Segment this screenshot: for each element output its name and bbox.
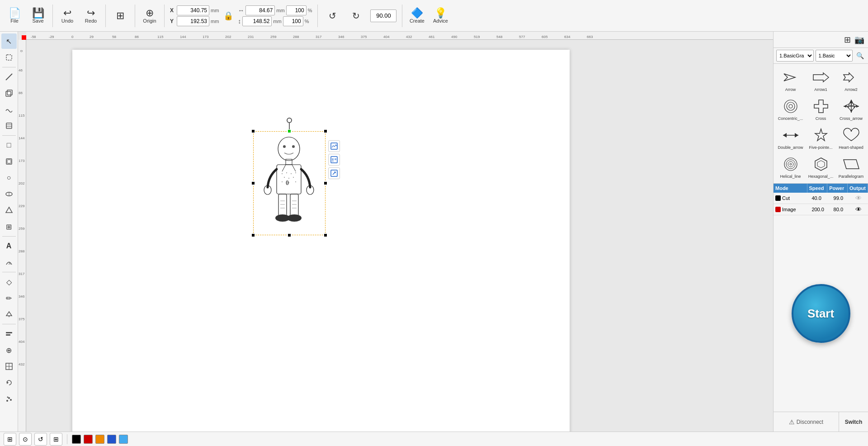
fill-tool[interactable] xyxy=(1,307,17,322)
image-edit-btn[interactable] xyxy=(328,140,340,152)
shape-arrow2[interactable]: Arrow2 xyxy=(837,66,865,94)
eraser-tool[interactable]: ◇ xyxy=(1,274,17,289)
wave-tool[interactable] xyxy=(1,102,17,117)
create-button[interactable]: 🔷 Create xyxy=(406,2,428,29)
divider1 xyxy=(52,5,53,27)
lasso-tool[interactable] xyxy=(1,50,17,65)
bitmap-btn[interactable] xyxy=(328,154,340,166)
svg-rect-99 xyxy=(335,158,336,160)
handle-bc[interactable] xyxy=(288,233,291,237)
color-light-blue[interactable] xyxy=(119,435,128,444)
height-input[interactable] xyxy=(242,16,272,26)
width-pct-input[interactable] xyxy=(286,5,307,15)
rp-layers-icon[interactable]: ⊞ xyxy=(844,35,851,45)
shape-heart[interactable]: Heart-shaped xyxy=(837,124,865,152)
shape-arrow1[interactable]: Arrow1 xyxy=(807,66,835,94)
flip-btn[interactable]: ↺ xyxy=(34,433,47,446)
lock-icon[interactable]: 🔒 xyxy=(223,11,233,21)
search-button[interactable]: 🔍 xyxy=(854,50,865,61)
svg-point-81 xyxy=(291,173,292,174)
preset-dropdown[interactable]: 1.Basic xyxy=(816,50,853,62)
color-red[interactable] xyxy=(84,435,93,444)
text-arc-tool[interactable]: A xyxy=(1,255,17,270)
switch-button[interactable]: Switch xyxy=(839,412,868,432)
paint-tool[interactable]: ✏ xyxy=(1,290,17,306)
redo-button[interactable]: ↪ Redo xyxy=(80,2,102,29)
rotate-handle[interactable] xyxy=(287,118,292,123)
svg-text:346: 346 xyxy=(19,294,25,299)
table-row-image[interactable]: Image 200.0 80.0 👁 xyxy=(774,204,868,215)
ellipse2-tool[interactable] xyxy=(1,186,17,202)
copy-layer-tool[interactable] xyxy=(1,85,17,101)
line-tool[interactable] xyxy=(1,69,17,85)
rp-camera-icon[interactable]: 📷 xyxy=(854,35,864,45)
grid-view-btn[interactable]: ⊞ xyxy=(50,433,62,446)
align-tool[interactable] xyxy=(1,326,17,342)
height-pct-input[interactable] xyxy=(283,16,303,26)
handle-tc[interactable] xyxy=(288,129,291,133)
rotate2-tool[interactable] xyxy=(1,375,17,390)
rect-tool[interactable]: □ xyxy=(1,138,17,153)
hp-unit: % xyxy=(305,19,309,24)
disconnect-button[interactable]: ⚠ Disconnect xyxy=(774,412,839,432)
canvas-area[interactable]: -58 -29 0 29 58 86 115 144 173 202 231 2… xyxy=(18,32,773,432)
start-button[interactable]: Start xyxy=(792,284,850,343)
select-tool[interactable]: ↖ xyxy=(1,33,17,49)
handle-tl[interactable] xyxy=(251,129,255,133)
cut-output-cell[interactable]: 👁 xyxy=(854,193,868,204)
ellipse-tool[interactable]: ○ xyxy=(1,170,17,185)
shape-hexagonal[interactable]: Hexagonal_... xyxy=(807,153,835,180)
rect2-tool[interactable] xyxy=(1,154,17,169)
grid-tool[interactable]: ⊞ xyxy=(1,219,17,234)
text-tool[interactable]: A xyxy=(1,238,17,254)
save-button[interactable]: 💾 Save xyxy=(27,2,49,29)
polygon-tool[interactable] xyxy=(1,203,17,218)
svg-text:0: 0 xyxy=(71,35,74,39)
handle-tr[interactable] xyxy=(324,129,327,133)
shape-helical[interactable]: Helical_line xyxy=(776,153,805,180)
rotate-cw-button[interactable]: ↻ xyxy=(345,2,367,29)
width-input[interactable] xyxy=(245,5,275,15)
color-black[interactable] xyxy=(72,435,81,444)
shape-double-arrow[interactable]: Double_arrow xyxy=(776,124,805,152)
x-input[interactable] xyxy=(177,5,209,15)
material-dropdown[interactable]: 1.BasicGra xyxy=(776,50,814,62)
handle-ml[interactable] xyxy=(251,181,255,185)
handle-bl[interactable] xyxy=(251,233,255,237)
center-btn[interactable]: ⊙ xyxy=(19,433,32,446)
undo-button[interactable]: ↩ Undo xyxy=(57,2,78,29)
y-row: Y mm xyxy=(170,16,219,26)
scatter-tool[interactable] xyxy=(1,391,17,407)
handle-br[interactable] xyxy=(324,233,327,237)
color-orange[interactable] xyxy=(95,435,104,444)
color-blue[interactable] xyxy=(107,435,116,444)
layer-copy2-tool[interactable] xyxy=(1,118,17,133)
resize-btn[interactable] xyxy=(328,167,340,179)
file-button[interactable]: 📄 File xyxy=(4,2,25,29)
origin-button[interactable]: ⊕ Origin xyxy=(139,2,160,29)
cut-visibility-icon[interactable]: 👁 xyxy=(855,195,862,202)
shape-five-pointed[interactable]: Five-pointe... xyxy=(807,124,835,152)
shape-parallelogram[interactable]: Parallelogram xyxy=(837,153,865,180)
rotate-ccw-button[interactable]: ↺ xyxy=(321,2,343,29)
table-row-cut[interactable]: Cut 40.0 99.0 👁 xyxy=(774,193,868,204)
canvas-white[interactable]: 0 xyxy=(72,50,570,432)
advice-button[interactable]: 💡 Advice xyxy=(429,2,451,29)
svg-text:346: 346 xyxy=(338,35,344,39)
shape-concentric[interactable]: Concentric_... xyxy=(776,95,805,123)
shape-cross[interactable]: Cross xyxy=(807,95,835,123)
svg-text:490: 490 xyxy=(451,35,458,39)
handle-mr[interactable] xyxy=(324,181,327,185)
layers-tool[interactable]: ⊕ xyxy=(1,342,17,358)
table-tool[interactable] xyxy=(1,359,17,374)
select-mode-btn[interactable]: ⊞ xyxy=(4,433,16,446)
shape-cross-arrow[interactable]: Cross_arrow xyxy=(837,95,865,123)
selected-object[interactable]: 0 xyxy=(253,131,326,235)
image-output-cell[interactable]: 👁 xyxy=(854,204,868,215)
cut-mode-label: Cut xyxy=(782,195,790,201)
grid-button[interactable]: ⊞ xyxy=(109,2,131,29)
image-visibility-icon[interactable]: 👁 xyxy=(855,206,862,213)
shape-arrow[interactable]: Arrow xyxy=(776,66,805,94)
rotation-input[interactable] xyxy=(370,9,396,22)
y-input[interactable] xyxy=(177,16,209,26)
